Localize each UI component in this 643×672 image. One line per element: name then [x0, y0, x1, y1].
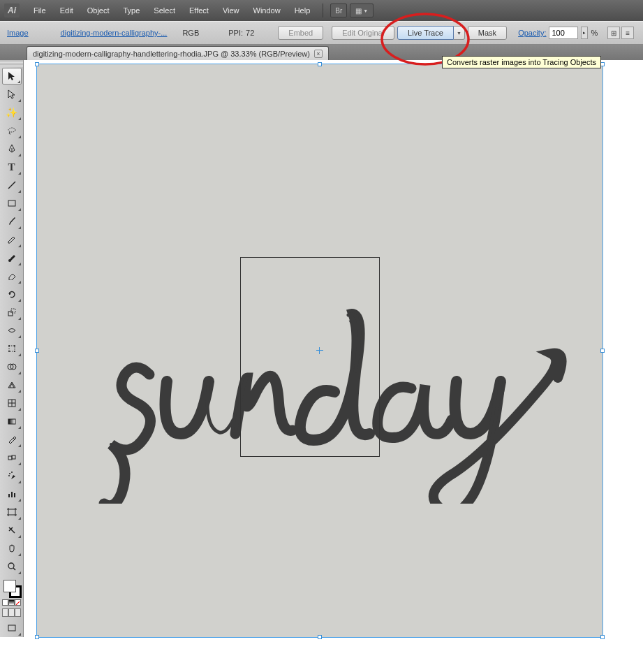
tab-close-icon[interactable]: ×: [314, 50, 323, 58]
control-bar: Image digitizing-modern-calligraphy-... …: [0, 21, 643, 45]
eyedropper-tool[interactable]: [2, 431, 22, 448]
magic-wand-tool[interactable]: ✨: [2, 104, 22, 121]
svg-line-25: [13, 568, 15, 570]
handle-bottom-mid[interactable]: [318, 635, 322, 639]
handle-bottom-left[interactable]: [35, 635, 39, 639]
document-tab[interactable]: digitizing-modern-calligraphy-handletter…: [27, 46, 329, 60]
menu-view[interactable]: View: [216, 0, 246, 21]
draw-inside[interactable]: [15, 608, 21, 617]
menu-object[interactable]: Object: [80, 0, 117, 21]
align-icon[interactable]: ≡: [621, 27, 634, 39]
artboard-tool[interactable]: [2, 504, 22, 520]
svg-rect-5: [11, 309, 15, 313]
svg-rect-22: [14, 493, 15, 497]
pencil-tool[interactable]: [2, 231, 22, 248]
opacity-spinner[interactable]: ▸: [581, 27, 588, 39]
fill-swatch[interactable]: [3, 580, 16, 592]
svg-rect-21: [11, 492, 13, 497]
lasso-tool[interactable]: [2, 122, 22, 139]
menu-file[interactable]: File: [27, 0, 53, 21]
svg-rect-15: [8, 456, 12, 460]
panel-grip[interactable]: [0, 60, 23, 67]
rectangle-tool[interactable]: [2, 195, 22, 212]
menu-effect[interactable]: Effect: [182, 0, 216, 21]
menu-help[interactable]: Help: [288, 0, 318, 21]
gradient-tool[interactable]: [2, 413, 22, 430]
svg-point-19: [8, 475, 10, 476]
color-mode-gradient[interactable]: [8, 599, 15, 606]
slice-tool[interactable]: [2, 522, 22, 539]
handle-mid-left[interactable]: [35, 349, 39, 353]
hand-tool[interactable]: [2, 540, 22, 557]
rotate-tool[interactable]: [2, 286, 22, 302]
bridge-icon[interactable]: Br: [330, 3, 347, 17]
transform-proxy-icon[interactable]: ⊞: [607, 27, 620, 39]
draw-modes-row: [2, 608, 22, 617]
svg-point-17: [9, 473, 10, 474]
svg-rect-4: [8, 312, 13, 316]
svg-rect-16: [12, 455, 15, 459]
svg-point-8: [14, 345, 15, 346]
linked-file-link[interactable]: digitizing-modern-calligraphy-...: [61, 29, 168, 37]
mask-button[interactable]: Mask: [468, 26, 507, 40]
handle-top-mid[interactable]: [318, 62, 322, 66]
opacity-input[interactable]: [549, 27, 578, 39]
symbol-sprayer-tool[interactable]: [2, 467, 22, 484]
menu-window[interactable]: Window: [246, 0, 288, 21]
embed-button[interactable]: Embed: [278, 26, 323, 40]
color-mode-solid[interactable]: [2, 599, 8, 606]
shape-builder-tool[interactable]: [2, 358, 22, 375]
blob-brush-tool[interactable]: [2, 249, 22, 266]
direct-selection-tool[interactable]: [2, 86, 22, 103]
screen-mode-button[interactable]: [2, 620, 22, 636]
svg-rect-23: [8, 509, 15, 515]
menu-type[interactable]: Type: [117, 0, 147, 21]
svg-point-0: [8, 128, 15, 132]
scale-tool[interactable]: [2, 304, 22, 321]
mesh-tool[interactable]: [2, 395, 22, 411]
center-mark: [316, 347, 323, 354]
arrange-documents-icon[interactable]: ▦▼: [350, 3, 374, 17]
svg-point-18: [11, 472, 13, 473]
app-logo: Ai: [4, 3, 20, 17]
color-mode-row: [2, 599, 22, 606]
ppi-value: 72: [246, 29, 254, 37]
draw-behind[interactable]: [8, 608, 15, 617]
zoom-tool[interactable]: [2, 558, 22, 575]
svg-point-3: [8, 259, 11, 262]
menu-select[interactable]: Select: [147, 0, 182, 21]
draw-normal[interactable]: [2, 608, 8, 617]
edit-original-button[interactable]: Edit Original: [332, 26, 394, 40]
live-trace-button[interactable]: Live Trace: [397, 26, 454, 40]
paintbrush-tool[interactable]: [2, 213, 22, 230]
line-segment-tool[interactable]: [2, 177, 22, 193]
svg-point-7: [8, 345, 10, 346]
document-tab-title: digitizing-modern-calligraphy-handletter…: [33, 50, 310, 58]
live-trace-dropdown[interactable]: ▼: [454, 26, 465, 40]
svg-rect-26: [8, 625, 15, 631]
canvas-area[interactable]: [24, 60, 643, 672]
color-mode-label: RGB: [182, 29, 199, 37]
ppi-label: PPI:: [228, 29, 243, 37]
free-transform-tool[interactable]: [2, 340, 22, 357]
width-tool[interactable]: [2, 322, 22, 339]
color-mode-none[interactable]: [15, 599, 21, 606]
selection-type-link[interactable]: Image: [7, 29, 29, 37]
eraser-tool[interactable]: [2, 268, 22, 284]
column-graph-tool[interactable]: [2, 485, 22, 502]
fill-stroke-swatches[interactable]: [2, 578, 22, 598]
handle-top-left[interactable]: [35, 62, 39, 66]
blend-tool[interactable]: [2, 449, 22, 466]
type-tool[interactable]: T: [2, 159, 22, 175]
opacity-unit: %: [591, 29, 598, 37]
handle-mid-right[interactable]: [600, 349, 605, 353]
opacity-label[interactable]: Opacity:: [518, 29, 546, 37]
svg-point-10: [14, 351, 15, 352]
svg-rect-14: [8, 419, 15, 424]
menu-edit[interactable]: Edit: [53, 0, 80, 21]
handle-bottom-right[interactable]: [600, 635, 605, 639]
pen-tool[interactable]: [2, 140, 22, 157]
selection-tool[interactable]: [2, 68, 22, 85]
perspective-grid-tool[interactable]: [2, 377, 22, 393]
svg-line-1: [8, 182, 15, 189]
